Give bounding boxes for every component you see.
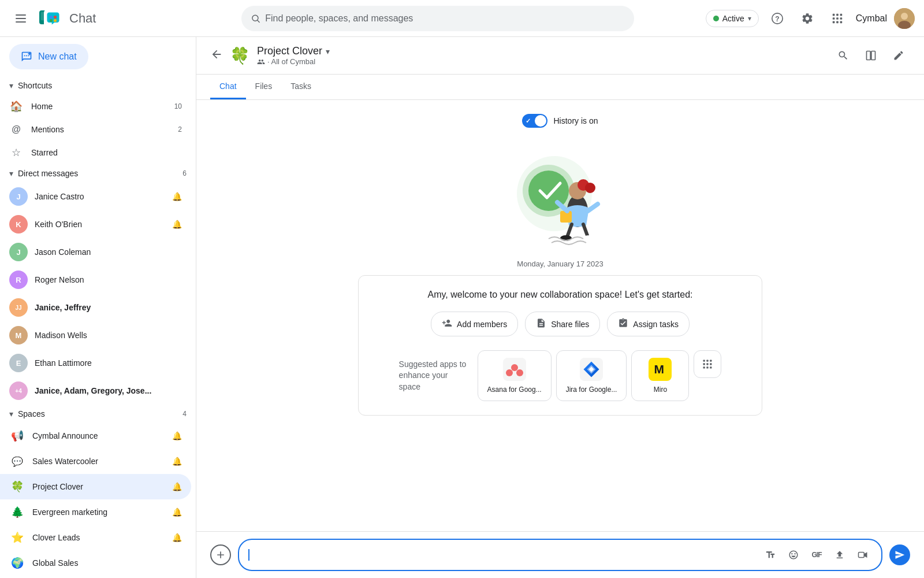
- ethan-name: Ethan Lattimore: [35, 358, 182, 368]
- spaces-section-header[interactable]: ▾ Spaces 4: [0, 405, 196, 423]
- svg-rect-16: [836, 17, 839, 20]
- shortcuts-chevron-icon: ▾: [9, 81, 13, 90]
- edit-button[interactable]: [887, 44, 910, 67]
- history-toggle-switch[interactable]: ✓: [522, 114, 547, 128]
- home-icon: 🏠: [9, 99, 23, 113]
- send-button[interactable]: [889, 544, 910, 565]
- svg-rect-46: [703, 360, 705, 362]
- dm-section-header[interactable]: ▾ Direct messages 6: [0, 164, 196, 183]
- space-item-clover-leads[interactable]: ⭐ Clover Leads 🔔: [0, 525, 191, 550]
- space-header-subtitle: · All of Cymbal: [257, 57, 825, 66]
- space-header-name[interactable]: Project Clover: [257, 45, 322, 57]
- dm-label: Direct messages: [18, 169, 178, 178]
- tab-tasks[interactable]: Tasks: [281, 75, 321, 99]
- search-chat-icon: [837, 50, 849, 61]
- app-card-asana[interactable]: Asana for Goog...: [478, 350, 552, 401]
- svg-rect-15: [833, 17, 835, 20]
- help-button[interactable]: ?: [766, 7, 789, 30]
- settings-button[interactable]: [796, 7, 819, 30]
- jira-name: Jira for Google...: [566, 386, 617, 394]
- spaces-count: 4: [182, 410, 187, 418]
- sales-watercooler-bell-icon: 🔔: [172, 457, 182, 466]
- add-members-button[interactable]: Add members: [431, 312, 518, 336]
- dm-item-janice-jeffrey[interactable]: JJ Janice, Jeffrey: [0, 294, 191, 321]
- cymbal-announce-icon: 📢: [9, 428, 25, 444]
- svg-point-42: [511, 364, 518, 371]
- search-chat-button[interactable]: [832, 44, 855, 67]
- share-files-button[interactable]: Share files: [525, 312, 600, 336]
- chat-body: ✓ History is on: [196, 100, 924, 531]
- svg-rect-51: [710, 363, 712, 365]
- app-card-jira[interactable]: Jira for Google...: [556, 350, 627, 401]
- header-actions: [832, 44, 910, 67]
- space-sub-text: · All of Cymbal: [267, 57, 315, 66]
- sales-watercooler-icon: 💬: [9, 453, 25, 469]
- search-bar[interactable]: [241, 6, 634, 31]
- miro-name: Miro: [654, 386, 667, 394]
- brand-name: Cymbal: [856, 13, 887, 24]
- assign-tasks-button[interactable]: Assign tasks: [607, 312, 690, 336]
- sidebar-item-home[interactable]: 🏠 Home 10: [0, 95, 191, 118]
- status-pill[interactable]: Active ▾: [706, 10, 759, 27]
- dm-item-ethan[interactable]: E Ethan Lattimore: [0, 349, 191, 377]
- message-input-box[interactable]: GIF: [238, 539, 882, 571]
- app-title: Chat: [69, 11, 96, 26]
- svg-rect-12: [833, 13, 835, 16]
- plus-icon: [215, 549, 226, 561]
- global-sales-icon: 🌍: [9, 555, 25, 571]
- space-item-marketing-emea[interactable]: 📊 Marketing EMEA: [0, 576, 191, 578]
- starred-label: Starred: [31, 148, 182, 157]
- format-text-button[interactable]: [761, 546, 780, 564]
- jason-name: Jason Coleman: [35, 247, 182, 257]
- dm-item-jason[interactable]: J Jason Coleman: [0, 238, 191, 266]
- add-attachment-button[interactable]: [210, 544, 231, 565]
- gif-button[interactable]: GIF: [807, 546, 826, 564]
- history-toggle[interactable]: ✓ History is on: [522, 114, 598, 128]
- dm-item-janice[interactable]: J Janice Castro 🔔: [0, 183, 191, 210]
- more-apps-button[interactable]: [694, 350, 721, 378]
- evergreen-icon: 🌲: [9, 504, 25, 520]
- video-call-button[interactable]: [854, 546, 872, 564]
- dm-item-roger[interactable]: R Roger Nelson: [0, 266, 191, 294]
- dm-item-group[interactable]: +4 Janice, Adam, Gregory, Jose...: [0, 377, 191, 405]
- space-item-project-clover[interactable]: 🍀 Project Clover 🔔: [0, 474, 191, 499]
- miro-icon: M: [649, 358, 672, 381]
- svg-rect-49: [703, 363, 705, 365]
- help-icon: ?: [771, 12, 784, 25]
- clover-leads-name: Clover Leads: [32, 533, 165, 542]
- new-chat-button[interactable]: New chat: [9, 44, 88, 69]
- grid-icon: [831, 12, 844, 25]
- home-label: Home: [31, 102, 166, 111]
- search-input[interactable]: [265, 13, 625, 24]
- space-item-evergreen[interactable]: 🌲 Evergreen marketing 🔔: [0, 499, 191, 525]
- space-name-chevron-icon: ▾: [326, 47, 330, 56]
- app-card-miro[interactable]: M Miro: [631, 350, 689, 401]
- emoji-button[interactable]: [784, 546, 803, 564]
- keith-name: Keith O'Brien: [35, 220, 165, 229]
- user-avatar[interactable]: [894, 8, 915, 29]
- apps-button[interactable]: [826, 7, 849, 30]
- upload-button[interactable]: [830, 546, 849, 564]
- tab-chat[interactable]: Chat: [210, 75, 246, 99]
- sidebar-item-mentions[interactable]: @ Mentions 2: [0, 118, 191, 141]
- space-item-global-sales[interactable]: 🌍 Global Sales: [0, 550, 191, 576]
- chat-header: 🍀 Project Clover ▾ · All of Cymbal: [196, 37, 924, 75]
- back-button[interactable]: [210, 48, 223, 64]
- space-item-sales-watercooler[interactable]: 💬 Sales Watercooler 🔔: [0, 449, 191, 474]
- spaces-label: Spaces: [18, 409, 178, 418]
- shortcuts-section-header[interactable]: ▾ Shortcuts: [0, 76, 196, 95]
- svg-rect-48: [710, 360, 712, 362]
- sidebar-item-starred[interactable]: ☆ Starred: [0, 141, 191, 164]
- message-input[interactable]: [254, 550, 757, 560]
- tab-files[interactable]: Files: [246, 75, 282, 99]
- dm-item-keith[interactable]: K Keith O'Brien 🔔: [0, 210, 191, 238]
- dm-item-madison[interactable]: M Madison Wells: [0, 321, 191, 349]
- toggle-knob: [535, 115, 546, 127]
- project-clover-icon: 🍀: [9, 479, 25, 495]
- more-apps-grid-icon: [702, 358, 713, 370]
- hamburger-menu-button[interactable]: [9, 7, 32, 30]
- group-name: Janice, Adam, Gregory, Jose...: [35, 386, 182, 395]
- space-item-cymbal-announce[interactable]: 📢 Cymbal Announce 🔔: [0, 423, 191, 449]
- svg-rect-14: [840, 13, 842, 16]
- split-view-button[interactable]: [859, 44, 882, 67]
